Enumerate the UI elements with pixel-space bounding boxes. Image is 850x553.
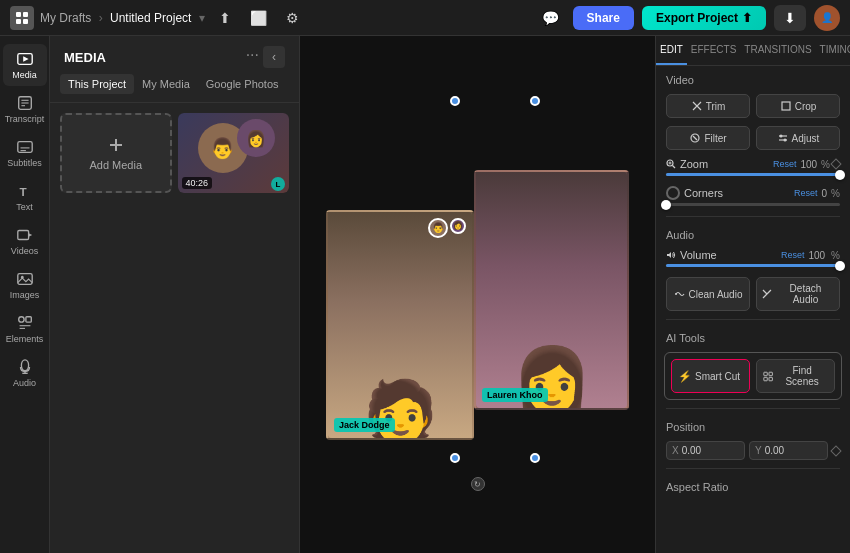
zoom-reset[interactable]: Reset — [773, 159, 797, 169]
zoom-slider-row: Zoom Reset 100 % — [656, 154, 850, 182]
position-keyframe[interactable] — [830, 445, 841, 456]
zoom-value: 100 — [800, 159, 817, 170]
settings-icon[interactable]: ⚙ — [279, 4, 307, 32]
topbar-left: My Drafts › Untitled Project ▾ ⬆ ⬜ ⚙ — [10, 4, 529, 32]
app-logo — [10, 6, 34, 30]
tab-edit[interactable]: EDIT — [656, 36, 687, 65]
divider-2 — [666, 319, 840, 320]
avatar: 👤 — [814, 5, 840, 31]
add-media-button[interactable]: Add Media — [60, 113, 172, 193]
selection-handle-bl[interactable] — [530, 453, 540, 463]
sidebar-item-text[interactable]: T Text — [3, 176, 47, 218]
svg-point-32 — [779, 135, 782, 138]
svg-text:T: T — [19, 185, 27, 198]
clean-audio-button[interactable]: Clean Audio — [666, 277, 750, 311]
corners-reset[interactable]: Reset — [794, 188, 818, 198]
selection-handle-tr[interactable] — [450, 96, 460, 106]
comment-icon[interactable]: 💬 — [537, 4, 565, 32]
detach-audio-button[interactable]: Detach Audio — [756, 277, 840, 311]
trim-button[interactable]: Trim — [666, 94, 750, 118]
lightning-icon: ⚡ — [678, 370, 692, 383]
volume-thumb[interactable] — [835, 261, 845, 271]
svg-rect-27 — [782, 102, 790, 110]
selection-handle-br[interactable] — [450, 453, 460, 463]
volume-slider[interactable] — [666, 264, 840, 267]
media-panel-title: MEDIA — [64, 50, 106, 65]
sidebar-item-videos[interactable]: Videos — [3, 220, 47, 262]
monitor-icon[interactable]: ⬜ — [245, 4, 273, 32]
preview-canvas[interactable]: 🧑 👨 👩 Jack Dodge 👩 Lauren Khoo — [300, 36, 655, 553]
divider-1 — [666, 216, 840, 217]
rotate-handle[interactable]: ↻ — [471, 477, 485, 491]
ai-buttons-row: ⚡ Smart Cut Find Scenes — [671, 359, 835, 393]
svg-point-18 — [18, 317, 23, 322]
zoom-thumb[interactable] — [835, 170, 845, 180]
video-clip-left[interactable]: 🧑 👨 👩 Jack Dodge — [326, 210, 474, 440]
main-layout: Media Transcript Subtitles T Text Videos… — [0, 36, 850, 553]
ai-tools-section: ⚡ Smart Cut Find Scenes — [664, 352, 842, 400]
share-button[interactable]: Share — [573, 6, 634, 30]
video-section-title: Video — [656, 66, 850, 90]
right-panel: EDIT EFFECTS TRANSITIONS TIMING Video Tr… — [655, 36, 850, 553]
tab-this-project[interactable]: This Project — [60, 74, 134, 94]
jack-name-badge: Jack Dodge — [334, 418, 395, 432]
trim-crop-row: Trim Crop — [656, 90, 850, 122]
svg-rect-43 — [769, 372, 772, 375]
tab-my-media[interactable]: My Media — [134, 74, 198, 94]
add-media-label: Add Media — [89, 159, 142, 171]
corners-slider-row: Corners Reset 0 % — [656, 182, 850, 212]
media-more-icon[interactable]: ··· — [246, 46, 259, 68]
svg-point-33 — [783, 139, 786, 142]
media-thumbnail[interactable]: 👨 👩 40:26 L 3 Fears that Stop … — [178, 113, 290, 193]
zoom-icon — [666, 159, 676, 169]
volume-value: 100 — [808, 250, 825, 261]
svg-rect-19 — [25, 317, 30, 322]
right-panel-tabs: EDIT EFFECTS TRANSITIONS TIMING — [656, 36, 850, 66]
sidebar-item-audio[interactable]: Audio — [3, 352, 47, 394]
selection-handle-tl[interactable] — [530, 96, 540, 106]
svg-line-41 — [763, 290, 767, 294]
export-button[interactable]: Export Project ⬆ — [642, 6, 766, 30]
zoom-keyframe[interactable] — [830, 158, 841, 169]
zoom-fill — [666, 173, 840, 176]
svg-rect-14 — [17, 231, 28, 240]
audio-buttons-row: Clean Audio Detach Audio — [656, 273, 850, 315]
audio-section-title: Audio — [656, 221, 850, 245]
sidebar-item-elements[interactable]: Elements — [3, 308, 47, 350]
volume-reset[interactable]: Reset — [781, 250, 805, 260]
y-position-field[interactable]: Y 0.00 — [749, 441, 828, 460]
media-grid: Add Media 👨 👩 40:26 L 3 Fears that Stop … — [60, 113, 289, 193]
left-sidebar: Media Transcript Subtitles T Text Videos… — [0, 36, 50, 553]
adjust-button[interactable]: Adjust — [756, 126, 840, 150]
sidebar-item-transcript[interactable]: Transcript — [3, 88, 47, 130]
aspect-ratio-title: Aspect Ratio — [656, 473, 850, 497]
share-upload-icon[interactable]: ⬆ — [211, 4, 239, 32]
crop-button[interactable]: Crop — [756, 94, 840, 118]
sidebar-item-subtitles[interactable]: Subtitles — [3, 132, 47, 174]
sidebar-item-images[interactable]: Images — [3, 264, 47, 306]
thumb-face-2: 👩 — [237, 119, 275, 157]
filter-button[interactable]: Filter — [666, 126, 750, 150]
collapse-panel-button[interactable]: ‹ — [263, 46, 285, 68]
tab-effects[interactable]: EFFECTS — [687, 36, 741, 65]
video-clip-right[interactable]: 👩 Lauren Khoo — [474, 170, 629, 410]
x-position-field[interactable]: X 0.00 — [666, 441, 745, 460]
svg-point-22 — [21, 360, 28, 371]
download-button[interactable]: ⬇ — [774, 5, 806, 31]
sidebar-item-media[interactable]: Media — [3, 44, 47, 86]
media-tabs: This Project My Media Google Photos — [50, 74, 299, 103]
tab-timing[interactable]: TIMING — [816, 36, 850, 65]
tab-transitions[interactable]: TRANSITIONS — [740, 36, 815, 65]
svg-marker-5 — [23, 56, 28, 61]
corners-thumb[interactable] — [661, 200, 671, 210]
media-panel-header: MEDIA ··· ‹ — [50, 36, 299, 74]
find-scenes-button[interactable]: Find Scenes — [756, 359, 835, 393]
corners-slider[interactable] — [666, 203, 840, 206]
svg-rect-42 — [764, 372, 767, 375]
thumb-user-icon: L — [271, 177, 285, 191]
tab-google-photos[interactable]: Google Photos — [198, 74, 287, 94]
ai-tools-title: AI Tools — [656, 324, 850, 348]
corners-toggle[interactable] — [666, 186, 680, 200]
smart-cut-button[interactable]: ⚡ Smart Cut — [671, 359, 750, 393]
zoom-slider[interactable] — [666, 173, 840, 176]
